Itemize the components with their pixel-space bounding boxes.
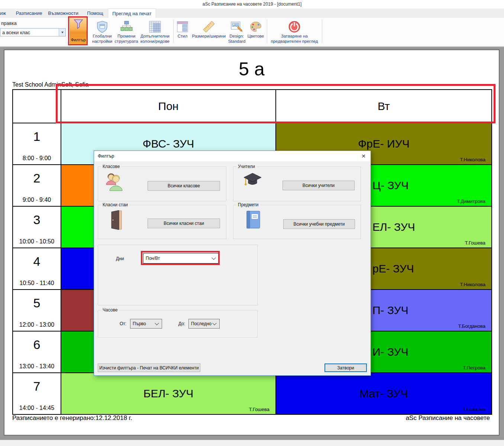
days-label: Дни: [116, 256, 124, 261]
book-icon: [245, 210, 262, 231]
design-picture-icon: [231, 20, 243, 33]
from-combobox[interactable]: Първо: [130, 319, 162, 329]
extra-columns-rows-label: Допълнителни колони/редове: [138, 34, 172, 44]
close-icon[interactable]: ✕: [361, 152, 366, 160]
dropdown-arrow-icon[interactable]: [59, 29, 65, 36]
days-combobox[interactable]: Пон/Вт: [143, 253, 219, 264]
teacher-label: Т.Димитрова: [457, 198, 485, 204]
period-cell-3: 3 10:00 - 10:50: [13, 206, 61, 248]
graduation-cap-icon: [242, 171, 263, 192]
ribbon-left-label: правка: [1, 20, 17, 26]
period-number: 6: [13, 337, 61, 352]
sizes-widths-button[interactable]: Размери/ширини: [190, 18, 227, 46]
sizes-widths-label: Размери/ширини: [192, 34, 226, 39]
group-hours: Часове От: Първо До: Последно: [98, 310, 258, 337]
lesson-cell-mon-7: БЕЛ- ЗУЧ Т.Гошева: [61, 373, 276, 414]
teacher-label: Т.Гошева: [249, 407, 269, 412]
period-time: 8:00 - 9:00: [13, 155, 61, 162]
window-title: aSc Разписание на часовете 2019 - [docum…: [0, 0, 504, 9]
group-days: Дни Пон/Вт: [98, 245, 258, 306]
class-title: 5 a: [4, 58, 499, 80]
teacher-label: Т.Николова: [460, 282, 486, 287]
teacher-label: Т.Божкова: [463, 407, 485, 412]
teacher-label: Т.Петрова: [463, 365, 485, 371]
change-structure-button[interactable]: Промени структурата: [115, 18, 138, 46]
period-time: 10:00 - 10:50: [13, 238, 61, 245]
chevron-down-icon: [155, 321, 159, 325]
class-selector-combobox[interactable]: а всеки клас: [0, 28, 66, 36]
period-cell-6: 6 13:00 - 13:40: [13, 331, 61, 373]
grid-icon: [149, 20, 161, 33]
group-subjects-label: Предмети: [236, 202, 260, 207]
to-combobox-value: Последно: [191, 321, 211, 326]
period-number: 2: [13, 171, 61, 185]
all-classes-button[interactable]: Всички класове: [148, 181, 220, 191]
shield-icon: [96, 20, 108, 33]
period-cell-7: 7 14:00 - 14:45: [13, 373, 61, 414]
filter-dialog: Филтър ✕ Класове Всички класове Учители: [94, 151, 371, 376]
filter-button[interactable]: Филтър: [70, 17, 87, 45]
tab-partial[interactable]: иж: [0, 9, 8, 18]
app-footer-label: aSc Разписание на часовете: [406, 414, 490, 422]
close-preview-label: Затваряне на предварителен преглед: [268, 34, 320, 44]
all-rooms-button[interactable]: Всички класни стаи: [148, 219, 220, 228]
tab-print-preview[interactable]: Преглед на печат: [108, 9, 156, 18]
dialog-title-bar[interactable]: Филтър ✕: [94, 151, 371, 161]
period-number: 1: [13, 129, 61, 144]
clear-filter-button[interactable]: Изчисти филтъра - Печат на ВСИЧКИ елемен…: [98, 363, 200, 372]
group-teachers-label: Учители: [236, 164, 256, 169]
colors-label: Цветове: [248, 34, 264, 39]
ribbon-separator: [173, 19, 174, 43]
close-preview-button[interactable]: Затваряне на предварителен преглед: [268, 18, 320, 46]
dialog-title: Филтър: [94, 151, 371, 161]
all-teachers-button[interactable]: Всички учители: [282, 181, 355, 190]
group-classes: Класове Всички класове: [98, 167, 226, 201]
status-bar: [0, 440, 504, 446]
teacher-label: Т.Гошева: [465, 240, 485, 246]
period-time: 10:50 - 11:40: [13, 280, 61, 287]
design-label: Design: Standard: [227, 34, 246, 44]
close-dialog-button[interactable]: Затвори: [324, 363, 367, 372]
all-subjects-button[interactable]: Всички учебни предмети: [283, 219, 355, 229]
filter-button-label: Филтър: [71, 38, 86, 43]
chevron-down-icon: [212, 321, 216, 325]
extra-columns-rows-button[interactable]: Допълнителни колони/редове: [138, 18, 172, 46]
period-time: 13:00 - 13:40: [13, 363, 61, 370]
period-time: 12:00 - 13:00: [13, 321, 61, 328]
subject-label: Мат- ЗУЧ: [276, 373, 491, 414]
group-teachers: Учители Всички учители: [233, 167, 361, 201]
period-cell-1: 1 8:00 - 9:00: [13, 123, 61, 165]
group-classes-label: Класове: [101, 164, 121, 169]
change-structure-label: Промени структурата: [114, 34, 138, 44]
global-settings-button[interactable]: Глобални настройки: [90, 18, 114, 46]
window-style-icon: [177, 20, 188, 33]
ribbon-separator: [322, 19, 322, 43]
ruler-icon: [202, 20, 216, 33]
tab-options[interactable]: Възможности: [45, 9, 81, 18]
class-selector-value: а всеки клас: [0, 30, 59, 35]
corner-cell: [13, 90, 61, 123]
period-number: 7: [13, 379, 61, 394]
group-hours-label: Часове: [101, 307, 119, 313]
group-subjects: Предмети Всички учебни предмети: [233, 205, 361, 239]
from-label: От:: [120, 321, 126, 326]
to-combobox[interactable]: Последно: [188, 319, 220, 329]
period-cell-5: 5 12:00 - 13:00: [13, 290, 61, 331]
days-combobox-value: Пон/Вт: [146, 256, 160, 261]
to-label: До:: [178, 321, 185, 326]
design-button[interactable]: Design: Standard: [227, 18, 246, 46]
ribbon: правка а всеки клас Филтър Глобални наст…: [0, 18, 504, 47]
tab-help[interactable]: Помощ: [83, 9, 107, 18]
from-combobox-value: Първо: [133, 321, 146, 326]
teacher-label: Т.Богданова: [458, 323, 485, 329]
day-header-mon: Пон: [61, 90, 276, 123]
teacher-label: Т.Николова: [460, 157, 486, 162]
style-button[interactable]: Стил: [175, 18, 190, 46]
day-header-tue: Вт: [276, 90, 492, 123]
palette-icon: [250, 20, 262, 33]
period-cell-4: 4 10:50 - 11:40: [13, 248, 61, 290]
colors-button[interactable]: Цветове: [246, 18, 265, 46]
style-label: Стил: [178, 34, 188, 39]
tab-schedule[interactable]: Разписание: [13, 9, 45, 18]
period-time: 14:00 - 14:45: [13, 405, 61, 411]
